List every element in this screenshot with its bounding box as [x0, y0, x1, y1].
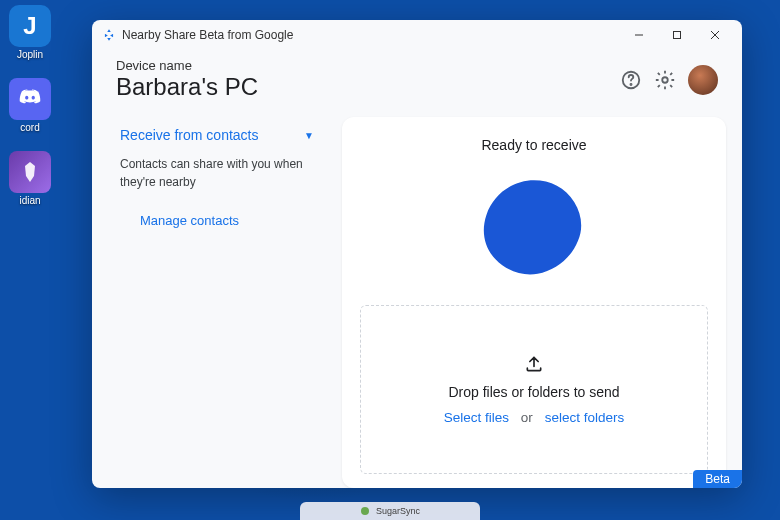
device-label: Device name — [116, 58, 620, 73]
close-button[interactable] — [696, 20, 734, 50]
main-body: Receive from contacts ▼ Contacts can sha… — [92, 117, 742, 488]
device-name: Barbara's PC — [116, 73, 620, 101]
desktop-icon-discord[interactable]: cord — [2, 78, 58, 133]
discord-icon — [9, 78, 51, 120]
desktop-icon-label: Joplin — [17, 49, 43, 60]
titlebar[interactable]: Nearby Share Beta from Google — [92, 20, 742, 50]
nearby-share-blob-icon — [479, 173, 589, 283]
chevron-down-icon: ▼ — [304, 130, 314, 141]
desktop-icons: J Joplin cord idian — [2, 5, 58, 206]
app-icon — [102, 28, 116, 42]
select-row: Select files or select folders — [444, 410, 624, 425]
help-button[interactable] — [620, 69, 642, 91]
svg-point-7 — [361, 507, 369, 515]
desktop-icon-joplin[interactable]: J Joplin — [2, 5, 58, 60]
or-text: or — [521, 410, 533, 425]
desktop-icon-label: cord — [20, 122, 39, 133]
svg-rect-1 — [674, 32, 681, 39]
minimize-button[interactable] — [620, 20, 658, 50]
joplin-icon: J — [9, 5, 51, 47]
taskbar-label: SugarSync — [376, 506, 420, 516]
taskbar-fragment[interactable]: SugarSync — [300, 502, 480, 520]
manage-contacts-link[interactable]: Manage contacts — [140, 213, 239, 228]
left-panel: Receive from contacts ▼ Contacts can sha… — [112, 117, 342, 488]
visibility-description: Contacts can share with you when they're… — [120, 155, 320, 191]
app-window: Nearby Share Beta from Google Device nam… — [92, 20, 742, 488]
desktop-icon-obsidian[interactable]: idian — [2, 151, 58, 206]
beta-badge: Beta — [693, 470, 742, 488]
select-files-link[interactable]: Select files — [444, 410, 509, 425]
avatar[interactable] — [688, 65, 718, 95]
ready-label: Ready to receive — [481, 137, 586, 153]
obsidian-icon — [9, 151, 51, 193]
right-panel: Ready to receive Drop files or folders t… — [342, 117, 726, 488]
settings-button[interactable] — [654, 69, 676, 91]
visibility-dropdown[interactable]: Receive from contacts ▼ — [120, 123, 320, 147]
header: Device name Barbara's PC — [92, 50, 742, 117]
svg-point-5 — [630, 84, 631, 85]
window-title: Nearby Share Beta from Google — [122, 28, 293, 42]
dropdown-label: Receive from contacts — [120, 127, 259, 143]
dropzone[interactable]: Drop files or folders to send Select fil… — [360, 305, 708, 474]
sugarsync-icon — [360, 506, 370, 516]
svg-point-6 — [662, 77, 668, 83]
select-folders-link[interactable]: select folders — [545, 410, 625, 425]
drop-text: Drop files or folders to send — [448, 384, 619, 400]
maximize-button[interactable] — [658, 20, 696, 50]
upload-icon — [524, 354, 544, 374]
desktop-icon-label: idian — [19, 195, 40, 206]
